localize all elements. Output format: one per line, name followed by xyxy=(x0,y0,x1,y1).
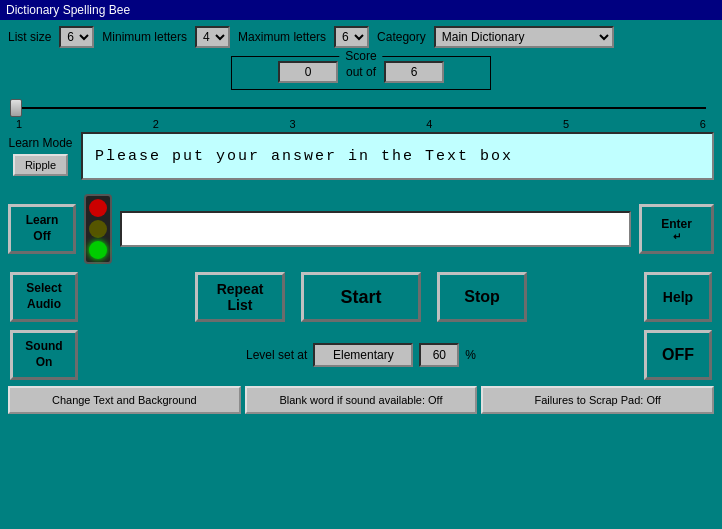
slider-labels: 1 2 3 4 5 6 xyxy=(12,118,710,130)
learn-mode-section: Learn Mode Ripple xyxy=(8,136,73,176)
start-button[interactable]: Start xyxy=(301,272,421,322)
out-of-label: out of xyxy=(346,65,376,79)
main-area: List size 6 Minimum letters 4 Maximum le… xyxy=(0,20,722,420)
repeat-list-button[interactable]: Repeat List xyxy=(195,272,285,322)
enter-arrow-icon: ↵ xyxy=(673,231,681,242)
enter-label: Enter xyxy=(661,217,692,231)
middle-row: Learn Off Enter ↵ xyxy=(8,194,714,264)
category-select[interactable]: Main Dictionary xyxy=(434,26,614,48)
bottom-row: Sound On Level set at % OFF xyxy=(8,330,714,380)
display-message: Please put your answer in the Text box xyxy=(95,148,513,165)
level-section: Level set at % xyxy=(86,343,636,367)
yellow-light xyxy=(89,220,107,238)
ripple-button[interactable]: Ripple xyxy=(13,154,68,176)
min-letters-label: Minimum letters xyxy=(102,30,187,44)
list-size-select[interactable]: 6 xyxy=(59,26,94,48)
display-row: Learn Mode Ripple Please put your answer… xyxy=(8,132,714,188)
blank-word-button[interactable]: Blank word if sound available: Off xyxy=(245,386,478,414)
percent-sign: % xyxy=(465,348,476,362)
max-letters-select[interactable]: 6 xyxy=(334,26,369,48)
score-current[interactable] xyxy=(278,61,338,83)
change-text-bg-button[interactable]: Change Text and Background xyxy=(8,386,241,414)
max-letters-label: Maximum letters xyxy=(238,30,326,44)
green-light xyxy=(89,241,107,259)
action-buttons-row: Select Audio Repeat List Start Stop Help xyxy=(8,272,714,322)
level-label: Level set at xyxy=(246,348,307,362)
off-button[interactable]: OFF xyxy=(644,330,712,380)
learn-off-button[interactable]: Learn Off xyxy=(8,204,76,254)
failures-scrap-button[interactable]: Failures to Scrap Pad: Off xyxy=(481,386,714,414)
answer-input[interactable] xyxy=(120,211,631,247)
score-box: Score out of xyxy=(231,56,491,90)
list-size-label: List size xyxy=(8,30,51,44)
learn-mode-label: Learn Mode xyxy=(8,136,72,150)
traffic-light xyxy=(84,194,112,264)
sound-on-button[interactable]: Sound On xyxy=(10,330,78,380)
score-total[interactable] xyxy=(384,61,444,83)
min-letters-select[interactable]: 4 xyxy=(195,26,230,48)
title-bar: Dictionary Spelling Bee xyxy=(0,0,722,20)
title-text: Dictionary Spelling Bee xyxy=(6,3,130,17)
level-value-input[interactable] xyxy=(313,343,413,367)
slider-custom[interactable] xyxy=(16,98,706,118)
category-label: Category xyxy=(377,30,426,44)
level-percent-input[interactable] xyxy=(419,343,459,367)
text-display: Please put your answer in the Text box xyxy=(81,132,714,180)
slider-wrapper: 1 2 3 4 5 6 xyxy=(12,98,710,130)
score-legend: Score xyxy=(339,49,382,63)
top-controls: List size 6 Minimum letters 4 Maximum le… xyxy=(8,26,714,48)
score-container: Score out of xyxy=(8,56,714,90)
enter-button[interactable]: Enter ↵ xyxy=(639,204,714,254)
stop-button[interactable]: Stop xyxy=(437,272,527,322)
red-light xyxy=(89,199,107,217)
help-button[interactable]: Help xyxy=(644,272,712,322)
bottom-buttons-row: Change Text and Background Blank word if… xyxy=(8,386,714,414)
select-audio-button[interactable]: Select Audio xyxy=(10,272,78,322)
